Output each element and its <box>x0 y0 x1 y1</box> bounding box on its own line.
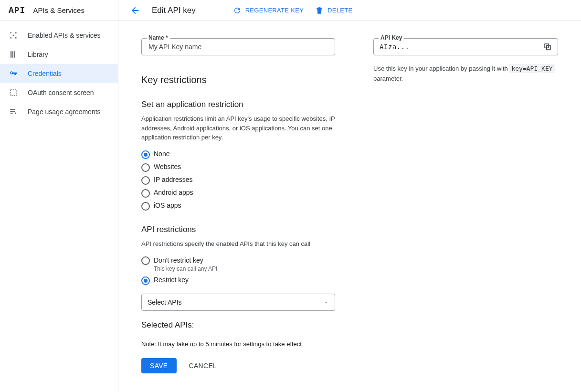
sidebar-item-label: Credentials <box>28 70 62 77</box>
sidebar-item-oauth[interactable]: OAuth consent screen <box>0 83 118 102</box>
back-button[interactable] <box>130 5 140 16</box>
helper-code: key=API_KEY <box>509 64 554 73</box>
field-label: API Key <box>379 34 404 41</box>
radio-icon <box>141 256 150 265</box>
selected-apis-heading: Selected APIs: <box>141 320 335 330</box>
radio-label: Websites <box>154 163 181 170</box>
key-restrictions-heading: Key restrictions <box>141 74 335 85</box>
radio-ios[interactable]: iOS apps <box>141 201 335 211</box>
radio-ip[interactable]: IP addresses <box>141 176 335 185</box>
radio-label: iOS apps <box>154 201 181 209</box>
radio-icon <box>141 189 150 198</box>
api-restriction-options: Don't restrict key This key can call any… <box>141 256 335 285</box>
select-placeholder: Select APIs <box>148 298 182 306</box>
svg-rect-5 <box>11 51 11 58</box>
arrow-left-icon <box>130 5 140 16</box>
sidebar-nav: Enabled APIs & services Library Credenti… <box>0 21 118 121</box>
sidebar-item-label: OAuth consent screen <box>28 89 94 96</box>
agreements-icon <box>9 107 18 116</box>
library-icon <box>9 50 18 59</box>
svg-point-2 <box>15 32 17 33</box>
svg-rect-10 <box>10 111 15 112</box>
radio-icon <box>141 276 150 285</box>
api-restriction-desc: API restrictions specify the enabled API… <box>141 239 335 249</box>
svg-point-12 <box>15 113 16 114</box>
copy-button[interactable] <box>543 42 552 51</box>
radio-label: IP addresses <box>154 176 192 183</box>
app-restriction-desc: Application restrictions limit an API ke… <box>141 114 335 142</box>
sidebar-item-library[interactable]: Library <box>0 45 118 64</box>
app-restriction-options: None Websites IP addresses Android <box>141 150 335 211</box>
svg-point-1 <box>10 32 11 33</box>
sidebar-item-label: Page usage agreements <box>28 108 101 116</box>
cancel-button[interactable]: CANCEL <box>186 361 220 370</box>
main: Edit API key REGENERATE KEY DELETE <box>118 0 581 392</box>
radio-android[interactable]: Android apps <box>141 189 335 198</box>
radio-label: Restrict key <box>154 276 189 284</box>
brand: API APIs & Services <box>0 0 118 21</box>
radio-icon <box>141 163 150 172</box>
radio-icon <box>141 202 150 211</box>
sidebar-item-enabled-apis[interactable]: Enabled APIs & services <box>0 26 118 45</box>
api-logo: API <box>9 6 25 15</box>
svg-rect-6 <box>12 51 13 58</box>
api-key-value: AIza... <box>380 43 543 51</box>
settings-note: Note: It may take up to 5 minutes for se… <box>141 340 335 348</box>
radio-sublabel: This key can call any API <box>154 265 217 272</box>
radio-icon <box>141 150 150 159</box>
page-title: Edit API key <box>152 6 196 15</box>
radio-none[interactable]: None <box>141 150 335 159</box>
api-key-field: API Key AIza... <box>373 38 558 55</box>
refresh-icon <box>233 6 242 15</box>
key-icon <box>9 69 18 78</box>
field-label: Name * <box>147 34 170 41</box>
api-key-helper: Use this key in your application by pass… <box>373 64 558 84</box>
radio-icon <box>141 176 150 185</box>
copy-icon <box>543 42 552 51</box>
svg-rect-7 <box>14 51 15 58</box>
action-label: DELETE <box>327 7 352 14</box>
regenerate-key-button[interactable]: REGENERATE KEY <box>233 6 304 15</box>
enabled-apis-icon <box>9 31 18 40</box>
radio-websites[interactable]: Websites <box>141 163 335 172</box>
consent-icon <box>9 88 18 97</box>
trash-icon <box>315 6 324 15</box>
product-title: APIs & Services <box>33 6 85 14</box>
svg-rect-11 <box>10 113 13 114</box>
radio-dont-restrict[interactable]: Don't restrict key This key can call any… <box>141 256 335 272</box>
select-apis-dropdown[interactable]: Select APIs <box>141 294 335 311</box>
delete-button[interactable]: DELETE <box>315 6 352 15</box>
sidebar-item-label: Library <box>28 51 48 58</box>
svg-point-4 <box>15 37 17 39</box>
radio-restrict[interactable]: Restrict key <box>141 276 335 285</box>
radio-label: Don't restrict key <box>154 256 203 264</box>
api-restriction-heading: API restrictions <box>141 225 335 234</box>
caret-down-icon <box>323 299 329 305</box>
app-restriction-heading: Set an application restriction <box>141 100 335 109</box>
sidebar-item-label: Enabled APIs & services <box>28 32 101 39</box>
svg-point-3 <box>10 37 11 39</box>
name-field[interactable]: Name * <box>141 38 335 55</box>
sidebar-item-credentials[interactable]: Credentials <box>0 64 118 83</box>
topbar: Edit API key REGENERATE KEY DELETE <box>118 0 581 21</box>
sidebar: API APIs & Services Enabled APIs & servi… <box>0 0 118 392</box>
sidebar-item-agreements[interactable]: Page usage agreements <box>0 102 118 121</box>
svg-point-0 <box>13 35 14 36</box>
name-input[interactable] <box>148 42 329 51</box>
svg-rect-9 <box>10 109 15 110</box>
action-label: REGENERATE KEY <box>245 7 304 14</box>
radio-label: Android apps <box>154 189 193 196</box>
radio-label: None <box>154 150 169 158</box>
save-button[interactable]: SAVE <box>141 358 177 373</box>
svg-rect-8 <box>11 90 16 95</box>
